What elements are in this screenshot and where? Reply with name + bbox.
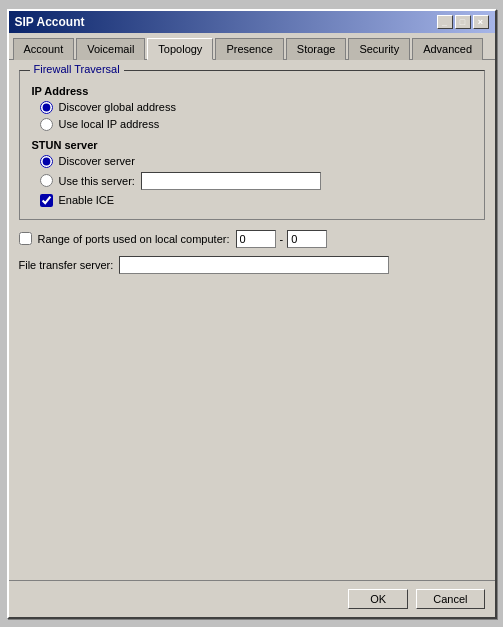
file-server-label: File transfer server:	[19, 259, 114, 271]
title-bar: SIP Account _ □ ×	[9, 11, 495, 33]
ip-address-label: IP Address	[32, 85, 472, 97]
ok-button[interactable]: OK	[348, 589, 408, 609]
range-ports-label: Range of ports used on local computer:	[38, 233, 230, 245]
enable-ice-checkbox[interactable]	[40, 194, 53, 207]
port-to-input[interactable]	[287, 230, 327, 248]
discover-server-label: Discover server	[59, 155, 135, 167]
enable-ice-label: Enable ICE	[59, 194, 115, 206]
close-button[interactable]: ×	[473, 15, 489, 29]
stun-server-input[interactable]	[141, 172, 321, 190]
file-server-row: File transfer server:	[19, 256, 485, 274]
main-window: SIP Account _ □ × Account Voicemail Topo…	[7, 9, 497, 619]
tab-storage[interactable]: Storage	[286, 38, 347, 60]
tab-account[interactable]: Account	[13, 38, 75, 60]
cancel-button[interactable]: Cancel	[416, 589, 484, 609]
tab-bar: Account Voicemail Topology Presence Stor…	[9, 33, 495, 60]
use-this-server-label: Use this server:	[59, 175, 135, 187]
use-local-label: Use local IP address	[59, 118, 160, 130]
tab-presence[interactable]: Presence	[215, 38, 283, 60]
tab-content: Firewall Traversal IP Address Discover g…	[9, 60, 495, 580]
tab-voicemail[interactable]: Voicemail	[76, 38, 145, 60]
stun-label: STUN server	[32, 139, 472, 151]
discover-server-radio[interactable]	[40, 155, 53, 168]
use-this-server-row: Use this server:	[40, 172, 472, 190]
window-title: SIP Account	[15, 15, 85, 29]
title-bar-buttons: _ □ ×	[437, 15, 489, 29]
use-local-radio[interactable]	[40, 118, 53, 131]
discover-global-row: Discover global address	[40, 101, 472, 114]
maximize-button[interactable]: □	[455, 15, 471, 29]
range-ports-checkbox[interactable]	[19, 232, 32, 245]
enable-ice-row: Enable ICE	[40, 194, 472, 207]
button-bar: OK Cancel	[9, 580, 495, 617]
use-local-row: Use local IP address	[40, 118, 472, 131]
discover-global-label: Discover global address	[59, 101, 176, 113]
use-this-server-radio[interactable]	[40, 174, 53, 187]
discover-global-radio[interactable]	[40, 101, 53, 114]
ports-row: Range of ports used on local computer: -	[19, 230, 485, 248]
tab-topology[interactable]: Topology	[147, 38, 213, 60]
firewall-group-title: Firewall Traversal	[30, 63, 124, 75]
file-server-input[interactable]	[119, 256, 389, 274]
firewall-group: Firewall Traversal IP Address Discover g…	[19, 70, 485, 220]
minimize-button[interactable]: _	[437, 15, 453, 29]
port-dash: -	[280, 233, 284, 245]
port-from-input[interactable]	[236, 230, 276, 248]
discover-server-row: Discover server	[40, 155, 472, 168]
tab-advanced[interactable]: Advanced	[412, 38, 483, 60]
tab-security[interactable]: Security	[348, 38, 410, 60]
